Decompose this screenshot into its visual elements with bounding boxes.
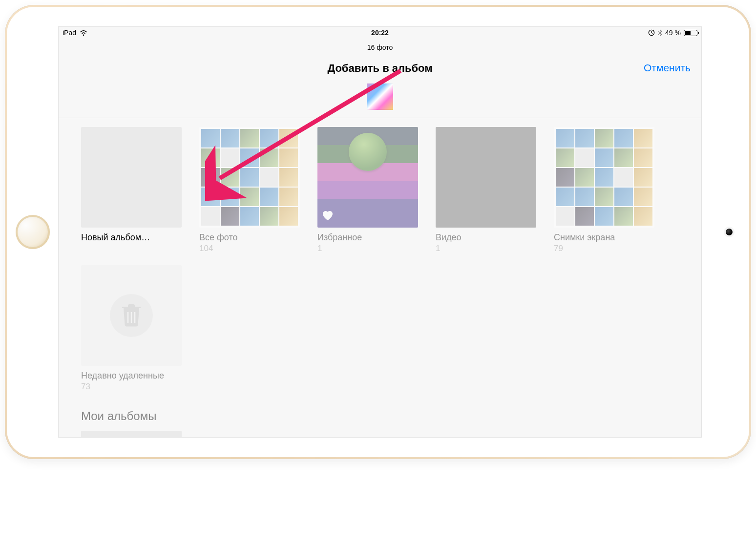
album-recently-deleted-tile <box>81 265 182 366</box>
bluetooth-icon <box>658 29 662 37</box>
album-recently-deleted: Недавно удаленные 73 <box>81 265 182 392</box>
page-title: Добавить в альбом <box>327 62 432 74</box>
album-all-photos-label: Все фото <box>199 232 300 243</box>
my-album-placeholder-tile[interactable] <box>81 431 182 438</box>
heart-icon <box>322 211 333 223</box>
album-videos-count: 1 <box>436 244 536 253</box>
front-camera <box>726 229 733 235</box>
album-recently-deleted-count: 73 <box>81 382 182 392</box>
screen: iPad 20:22 49 % 16 <box>58 26 702 438</box>
album-screenshots-tile <box>554 127 654 228</box>
photo-count: 16 фото <box>59 43 701 51</box>
album-videos-label: Видео <box>436 232 536 243</box>
albums-content[interactable]: Новый альбом… Все фото 104 <box>59 118 701 438</box>
album-videos-tile <box>436 127 536 228</box>
album-new-label: Новый альбом… <box>81 232 182 243</box>
section-my-albums: Мои альбомы <box>81 409 679 423</box>
album-all-photos-tile <box>199 127 300 228</box>
battery-icon <box>684 30 697 36</box>
album-screenshots-count: 79 <box>554 244 654 253</box>
selection-preview-thumb <box>367 84 393 110</box>
home-button[interactable] <box>16 215 50 249</box>
wifi-icon <box>79 30 88 36</box>
clock: 20:22 <box>371 29 389 37</box>
album-new-tile[interactable] <box>81 127 182 228</box>
album-favorites: Избранное 1 <box>317 127 418 253</box>
rotation-lock-icon <box>648 29 655 36</box>
cancel-button[interactable]: Отменить <box>644 62 691 74</box>
trash-icon <box>110 294 153 337</box>
album-screenshots-label: Снимки экрана <box>554 232 654 243</box>
album-all-photos: Все фото 104 <box>199 127 300 253</box>
device-label: iPad <box>63 29 76 37</box>
ipad-frame: iPad 20:22 49 % 16 <box>5 5 751 459</box>
album-videos: Видео 1 <box>436 127 536 253</box>
album-favorites-tile <box>317 127 418 228</box>
status-bar: iPad 20:22 49 % <box>59 27 701 39</box>
album-recently-deleted-label: Недавно удаленные <box>81 371 182 381</box>
my-album-placeholder[interactable] <box>81 431 182 438</box>
album-favorites-count: 1 <box>317 244 418 253</box>
ipad-bezel: iPad 20:22 49 % 16 <box>7 7 749 457</box>
album-favorites-label: Избранное <box>317 232 418 243</box>
album-screenshots: Снимки экрана 79 <box>554 127 654 253</box>
album-new[interactable]: Новый альбом… <box>81 127 182 253</box>
battery-percent: 49 % <box>665 29 681 37</box>
album-all-photos-count: 104 <box>199 244 300 253</box>
